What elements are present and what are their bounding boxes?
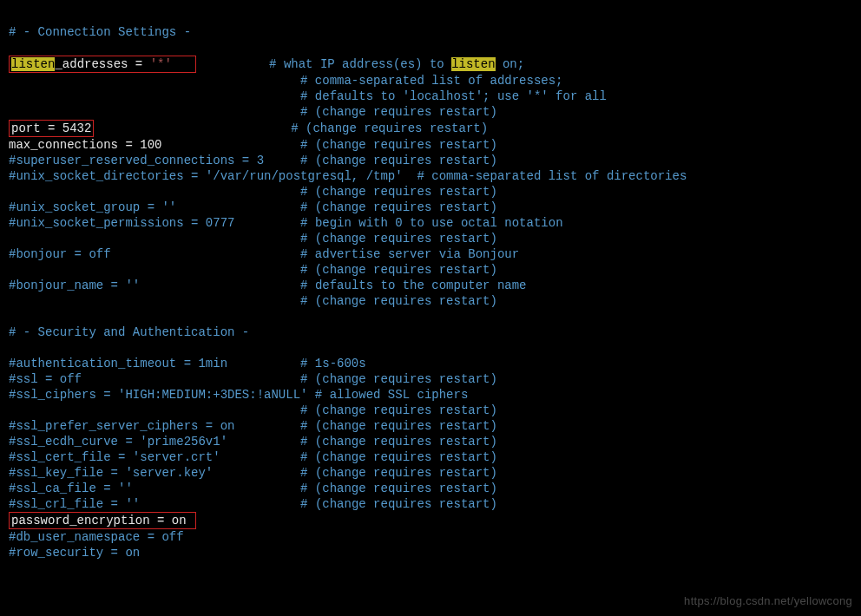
- max-connections-line: max_connections = 100: [9, 138, 161, 152]
- comment: # 1s-600s: [300, 357, 366, 370]
- unix-socket-dirs-line: #unix_socket_directories = '/var/run/pos…: [9, 169, 687, 183]
- listen-value: '*': [150, 57, 172, 71]
- db-user-namespace-line: #db_user_namespace = off: [9, 530, 184, 544]
- comment: # (change requires restart): [300, 294, 497, 308]
- comment: # what IP address(es) to: [269, 57, 451, 71]
- comment: # (change requires restart): [300, 450, 497, 464]
- comment: # (change requires restart): [300, 466, 497, 480]
- comment: # (change requires restart): [300, 482, 497, 495]
- comment: # defaults to 'localhost'; use '*' for a…: [300, 89, 607, 103]
- comment: # (change requires restart): [300, 105, 497, 119]
- comment: # defaults to the computer name: [300, 279, 526, 292]
- ssl-cert-line: #ssl_cert_file = 'server.crt': [9, 450, 220, 464]
- comment: # (change requires restart): [300, 403, 497, 417]
- ssl-prefer-line: #ssl_prefer_server_ciphers = on: [9, 419, 234, 433]
- port-box: port = 5432: [9, 120, 94, 137]
- ssl-ciphers-line: #ssl_ciphers = 'HIGH:MEDIUM:+3DES:!aNULL…: [9, 388, 468, 402]
- comment: # comma-separated list of addresses;: [300, 74, 562, 88]
- unix-socket-group-line: #unix_socket_group = '': [9, 200, 176, 214]
- row-security-line: #row_security = on: [9, 546, 140, 560]
- comment: # (change requires restart): [300, 232, 497, 246]
- comment: # (change requires restart): [300, 263, 497, 277]
- comment: # (change requires restart): [300, 419, 497, 433]
- watermark-text: https://blog.csdn.net/yellowcong: [684, 593, 852, 609]
- password-encryption-box: password_encryption = on: [9, 512, 196, 529]
- search-highlight: listen: [451, 57, 495, 71]
- comment: # (change requires restart): [300, 154, 497, 167]
- comment: # begin with 0 to use octal notation: [300, 216, 562, 230]
- unix-socket-perm-line: #unix_socket_permissions = 0777: [9, 216, 234, 230]
- superuser-reserved-line: #superuser_reserved_connections = 3: [9, 154, 264, 167]
- ssl-ca-line: #ssl_ca_file = '': [9, 482, 133, 495]
- ssl-key-line: #ssl_key_file = 'server.key': [9, 466, 213, 480]
- bonjour-line: #bonjour = off: [9, 247, 111, 261]
- comment: # (change requires restart): [291, 121, 488, 135]
- section-header-connection: # - Connection Settings -: [9, 25, 191, 39]
- ssl-crl-line: #ssl_crl_file = '': [9, 497, 140, 511]
- comment: # advertise server via Bonjour: [300, 247, 519, 261]
- listen-addresses-box: listen_addresses = '*': [9, 56, 196, 73]
- auth-timeout-line: #authentication_timeout = 1min: [9, 357, 227, 370]
- comment: # (change requires restart): [300, 372, 497, 386]
- ssl-line: #ssl = off: [9, 372, 82, 386]
- section-header-security: # - Security and Authentication -: [9, 325, 249, 339]
- bonjour-name-line: #bonjour_name = '': [9, 279, 140, 292]
- editor-viewport[interactable]: # - Connection Settings - listen_address…: [0, 0, 861, 569]
- search-highlight: listen: [11, 57, 55, 71]
- listen-key-rest: _addresses =: [55, 57, 149, 71]
- comment: # (change requires restart): [300, 185, 497, 199]
- comment: # (change requires restart): [300, 200, 497, 214]
- comment: # (change requires restart): [300, 138, 497, 152]
- comment: # (change requires restart): [300, 497, 497, 511]
- comment: on;: [496, 57, 525, 71]
- ssl-ecdh-line: #ssl_ecdh_curve = 'prime256v1': [9, 435, 227, 449]
- comment: # (change requires restart): [300, 435, 497, 449]
